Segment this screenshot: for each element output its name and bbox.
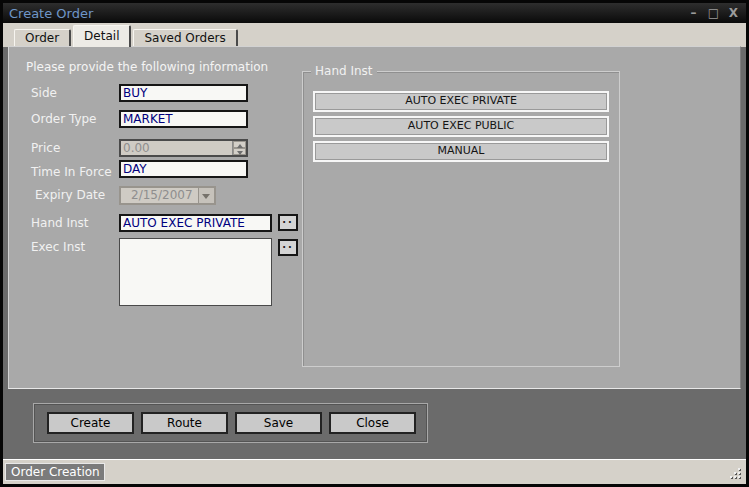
window-controls: – □ X [687, 6, 740, 20]
side-input[interactable] [119, 84, 248, 102]
spinner-down-icon [237, 151, 243, 155]
expiry-date-dropdown-button [198, 188, 214, 203]
price-spinner: 0.00 [119, 139, 248, 157]
auto-exec-public-button[interactable]: AUTO EXEC PUBLIC [313, 116, 609, 137]
resize-grip-icon[interactable] [730, 468, 742, 480]
detail-tab-page: Please provide the following information… [8, 46, 741, 389]
exec-inst-more-button[interactable]: .. [278, 239, 298, 256]
tab-saved-orders[interactable]: Saved Orders [133, 29, 237, 47]
status-text: Order Creation [5, 463, 105, 481]
intro-text: Please provide the following information [26, 60, 268, 74]
time-in-force-label: Time In Force [31, 165, 112, 179]
close-icon[interactable]: X [727, 6, 740, 20]
order-type-label: Order Type [31, 112, 96, 126]
hand-inst-label: Hand Inst [31, 216, 89, 230]
order-type-input[interactable] [119, 110, 248, 128]
window-title: Create Order [9, 6, 93, 21]
spinner-up-button [233, 141, 246, 148]
hand-inst-more-button[interactable]: .. [278, 214, 298, 231]
create-button[interactable]: Create [47, 412, 134, 434]
close-button[interactable]: Close [329, 412, 416, 434]
create-order-window: Create Order – □ X Order Detail Saved Or… [0, 0, 749, 487]
exec-inst-textarea[interactable] [119, 238, 272, 306]
tab-order[interactable]: Order [14, 29, 71, 47]
status-bar: Order Creation [3, 459, 746, 484]
price-value: 0.00 [121, 141, 232, 155]
save-button[interactable]: Save [235, 412, 322, 434]
minimize-icon[interactable]: – [687, 6, 700, 20]
hand-inst-input[interactable] [119, 214, 272, 232]
expiry-date-label: Expiry Date [35, 188, 105, 202]
dropdown-arrow-icon [202, 194, 210, 199]
hand-inst-groupbox: Hand Inst AUTO EXEC PRIVATE AUTO EXEC PU… [302, 71, 620, 367]
maximize-icon[interactable]: □ [707, 6, 720, 20]
price-spin-buttons [232, 141, 246, 155]
expiry-date-value: 2/15/2007 [121, 188, 198, 203]
price-label: Price [31, 141, 60, 155]
time-in-force-input[interactable] [119, 160, 248, 178]
spinner-down-button [233, 148, 246, 155]
title-bar: Create Order – □ X [3, 3, 746, 23]
manual-button[interactable]: MANUAL [313, 141, 609, 162]
hand-inst-groupbox-title: Hand Inst [311, 64, 377, 78]
action-button-panel: Create Route Save Close [33, 403, 428, 443]
expiry-date-combobox: 2/15/2007 [119, 186, 216, 205]
auto-exec-private-button[interactable]: AUTO EXEC PRIVATE [313, 91, 609, 112]
tab-detail[interactable]: Detail [73, 25, 131, 47]
tab-strip: Order Detail Saved Orders [3, 23, 746, 47]
exec-inst-label: Exec Inst [31, 240, 85, 254]
route-button[interactable]: Route [141, 412, 228, 434]
side-label: Side [31, 86, 57, 100]
